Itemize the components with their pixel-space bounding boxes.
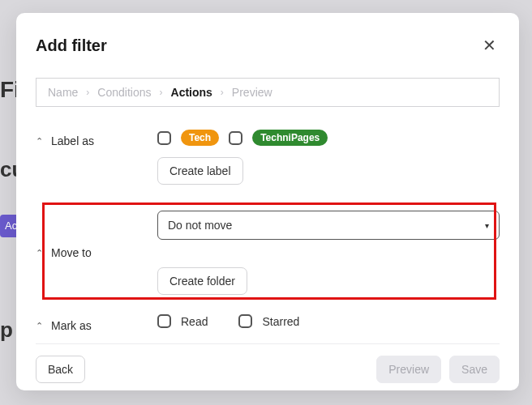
close-button[interactable]: ✕ [479, 32, 500, 58]
label-pill-tech: Tech [181, 130, 219, 146]
add-filter-modal: Add filter ✕ Name › Conditions › Actions… [16, 13, 519, 390]
modal-footer: Back Preview Save [36, 343, 500, 383]
checkbox-technipages[interactable] [229, 131, 242, 145]
checkbox-read[interactable] [157, 314, 171, 328]
starred-label: Starred [262, 315, 299, 328]
section-toggle-label-as[interactable]: ⌃ Label as [36, 130, 157, 147]
chevron-up-icon: ⌃ [36, 248, 43, 258]
move-to-select[interactable]: Do not move ▾ [157, 211, 500, 240]
checkbox-starred[interactable] [238, 314, 252, 328]
section-label-as: ⌃ Label as Tech TechniPages Create label [36, 125, 500, 196]
section-title: Label as [51, 134, 94, 147]
crumb-name[interactable]: Name [48, 86, 78, 99]
section-title: Mark as [51, 319, 92, 332]
crumb-preview[interactable]: Preview [232, 86, 272, 99]
chevron-right-icon: › [160, 87, 163, 98]
preview-button[interactable]: Preview [376, 356, 441, 383]
create-label-button[interactable]: Create label [157, 157, 243, 185]
breadcrumb: Name › Conditions › Actions › Preview [36, 78, 500, 107]
section-mark-as: ⌃ Mark as Read Starred [36, 306, 500, 343]
section-toggle-mark-as[interactable]: ⌃ Mark as [36, 314, 157, 332]
back-button[interactable]: Back [36, 356, 85, 383]
section-move-to: ⌃ Move to Do not move ▾ Create folder [36, 196, 500, 306]
crumb-actions[interactable]: Actions [171, 86, 212, 99]
section-toggle-move-to[interactable]: ⌃ Move to [36, 211, 157, 259]
chevron-up-icon: ⌃ [36, 136, 43, 147]
sections: ⌃ Label as Tech TechniPages Create label… [36, 125, 500, 343]
label-pill-technipages: TechniPages [252, 130, 328, 146]
caret-down-icon: ▾ [485, 221, 489, 230]
modal-title: Add filter [36, 36, 107, 55]
chevron-right-icon: › [221, 87, 224, 98]
create-folder-button[interactable]: Create folder [157, 267, 247, 295]
modal-header: Add filter ✕ [36, 32, 500, 58]
read-label: Read [181, 315, 208, 328]
chevron-up-icon: ⌃ [36, 321, 43, 331]
save-button[interactable]: Save [449, 356, 500, 383]
checkbox-tech[interactable] [157, 131, 171, 145]
crumb-conditions[interactable]: Conditions [97, 86, 151, 99]
section-title: Move to [51, 246, 92, 259]
select-value: Do not move [168, 219, 232, 232]
chevron-right-icon: › [86, 87, 89, 98]
